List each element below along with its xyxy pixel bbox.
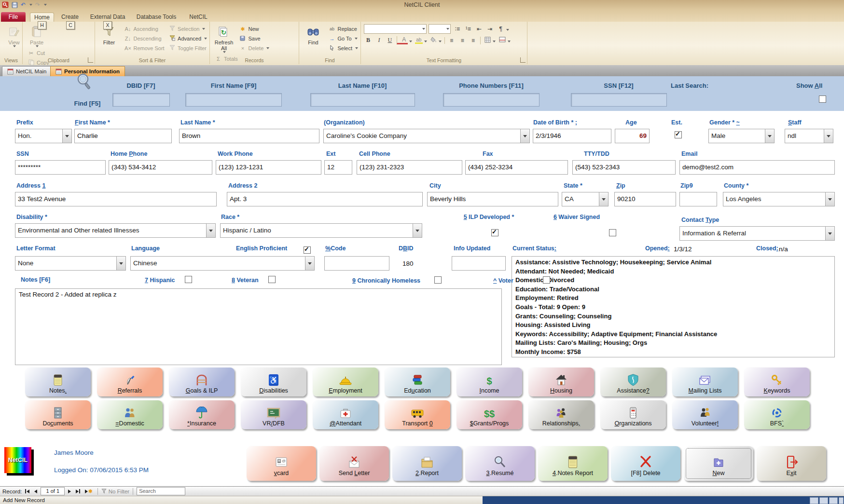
form-view-button[interactable] — [810, 497, 818, 504]
referrals-button[interactable]: Referrals — [97, 368, 163, 396]
show-all-checkbox[interactable] — [819, 95, 826, 103]
datasheet-view-button[interactable] — [819, 497, 828, 504]
last-name-input[interactable]: Brown — [179, 129, 319, 143]
ascending-button[interactable]: A↓Ascending — [124, 24, 164, 34]
volunteer-button[interactable]: Volunteer! — [672, 400, 738, 429]
find-button[interactable]: Find — [302, 23, 324, 45]
remove-sort-button[interactable]: A×Remove Sort — [124, 43, 164, 53]
email-input[interactable]: demo@test2.com — [679, 160, 835, 175]
view-button[interactable]: View — [3, 23, 25, 47]
employment-button[interactable]: Employment — [313, 368, 378, 396]
organizations-button[interactable]: Organizations — [600, 400, 666, 429]
assistance-button[interactable]: Assistance? — [600, 368, 666, 396]
descending-button[interactable]: Z↓Descending — [124, 34, 164, 43]
fax-input[interactable]: (434) 252-3234 — [465, 160, 568, 175]
underline-button[interactable]: U — [386, 37, 394, 44]
letter-format-select[interactable]: None — [15, 256, 126, 271]
search-ssn-input[interactable] — [571, 93, 667, 107]
cell-phone-input[interactable]: (123) 231-2323 — [357, 160, 462, 175]
zip-input[interactable]: 90210 — [614, 192, 676, 206]
keywords-button[interactable]: Keywords — [744, 368, 810, 396]
documents-button[interactable]: Documents — [25, 400, 91, 429]
decrease-indent-icon[interactable]: ⇤ — [475, 26, 483, 32]
delete-record-button[interactable]: ×Delete — [239, 43, 269, 53]
tty-input[interactable]: (543) 523-2343 — [572, 160, 676, 175]
disability-select[interactable]: Environmental and Other related Illnesse… — [15, 223, 216, 238]
record-search-input[interactable]: Search — [137, 487, 185, 495]
previous-record-button[interactable] — [33, 488, 39, 495]
mailing-lists-button[interactable]: Mailing Lists — [672, 368, 738, 396]
text-direction-icon[interactable]: ¶ — [497, 26, 505, 32]
tab-home[interactable]: Home — [30, 13, 54, 22]
voter-checkbox[interactable] — [543, 276, 550, 284]
increase-indent-icon[interactable]: ⇥ — [486, 26, 494, 32]
relationships-button[interactable]: Relationships, — [528, 400, 594, 429]
find-magnifier-icon[interactable] — [76, 72, 92, 91]
chronically-homeless-checkbox[interactable] — [434, 276, 442, 284]
bullets-icon[interactable]: ∶≡ — [454, 26, 461, 32]
info-updated-input[interactable] — [452, 256, 506, 271]
highlight-color-icon[interactable]: ab — [415, 37, 423, 44]
prefix-select[interactable]: Hon. — [15, 129, 72, 143]
language-select[interactable]: Chinese — [130, 256, 315, 271]
search-phones-input[interactable] — [443, 93, 540, 107]
save-record-button[interactable]: Save — [239, 34, 269, 43]
design-view-button[interactable] — [839, 497, 844, 504]
numbering-icon[interactable]: ¹≡ — [464, 26, 472, 32]
notes-button[interactable]: Notes. — [25, 368, 91, 396]
notes-report-button[interactable]: 4.Notes Report — [538, 446, 608, 481]
tab-netcil[interactable]: NetCIL — [187, 13, 209, 22]
tab-create[interactable]: Create — [57, 13, 83, 22]
home-phone-input[interactable]: (343) 534-3412 — [109, 160, 212, 175]
align-right-icon[interactable]: ≡ — [470, 37, 477, 44]
toggle-filter-button[interactable]: Toggle Filter — [168, 43, 207, 53]
refresh-all-button[interactable]: ↻ Refresh All — [213, 23, 235, 53]
send-letter-button[interactable]: Send Letter — [319, 446, 389, 481]
font-size-select[interactable] — [429, 24, 451, 34]
last-record-button[interactable] — [74, 488, 82, 495]
insurance-button[interactable]: *Insurance — [169, 400, 235, 429]
advanced-button[interactable]: Advanced — [168, 34, 207, 43]
city-input[interactable]: Beverly Hills — [427, 192, 558, 206]
tab-database-tools[interactable]: Database Tools — [133, 13, 180, 22]
delete-button[interactable]: [F8] Delete — [611, 446, 680, 481]
search-dbid-input[interactable] — [112, 93, 170, 107]
doc-tab-netcil-main[interactable]: NetCIL Main — [2, 66, 52, 76]
exit-button[interactable]: Exit — [757, 446, 826, 481]
fill-color-icon[interactable] — [429, 37, 437, 44]
ext-input[interactable]: 12 — [324, 160, 352, 175]
align-left-icon[interactable]: ≡ — [444, 37, 456, 44]
education-button[interactable]: Education — [385, 368, 450, 396]
state-select[interactable]: CA — [562, 192, 609, 206]
english-proficient-checkbox[interactable]: ✓ — [304, 246, 311, 254]
select-button[interactable]: Select — [328, 43, 358, 53]
waiver-signed-checkbox[interactable] — [609, 229, 616, 236]
vr-dfb-button[interactable]: VR/DFB — [241, 400, 306, 429]
gender-select[interactable]: Male — [708, 129, 775, 143]
organization-select[interactable]: Caroline's Cookie Company — [323, 129, 530, 143]
address2-input[interactable]: Apt. 3 — [227, 192, 423, 206]
new-button[interactable]: New — [684, 446, 753, 481]
ssn-input[interactable]: ********* — [15, 160, 106, 175]
new-record-nav-button[interactable]: ✱ — [83, 488, 94, 495]
work-phone-input[interactable]: (123) 123-1231 — [216, 160, 321, 175]
zip9-input[interactable] — [679, 192, 717, 206]
italic-button[interactable]: I — [375, 37, 383, 44]
pct-code-input[interactable] — [324, 256, 389, 271]
replace-button[interactable]: abReplace — [328, 24, 358, 34]
staff-select[interactable]: ndl — [785, 129, 833, 143]
search-first-name-input[interactable] — [185, 93, 282, 107]
income-button[interactable]: $ Income — [457, 368, 522, 396]
selection-button[interactable]: Selection — [168, 24, 207, 34]
gridlines-icon[interactable] — [480, 37, 491, 44]
contact-type-select[interactable]: Information & Referral — [679, 226, 835, 241]
attendant-button[interactable]: @Attendant — [313, 400, 378, 429]
bold-button[interactable]: B — [364, 37, 372, 44]
report-button[interactable]: 2.Report — [392, 446, 462, 481]
race-select[interactable]: Hispanic / Latino — [220, 223, 422, 238]
ilp-developed-checkbox[interactable]: ✓ — [491, 229, 498, 236]
veteran-checkbox[interactable] — [268, 276, 276, 283]
hispanic-checkbox[interactable] — [185, 276, 192, 283]
address1-input[interactable]: 33 Test2 Avenue — [15, 192, 217, 206]
go-to-button[interactable]: →Go To — [328, 34, 358, 43]
